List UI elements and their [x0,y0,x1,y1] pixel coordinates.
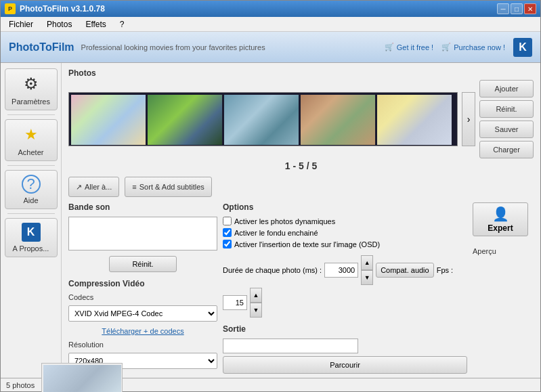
sortie-section: Sortie Parcourir [223,324,467,374]
checkbox-texte-osd: Activer l'insertion de texte sur l'image… [223,240,467,248]
compression-label: Compression Vidéo [68,279,217,288]
compression-section: Compression Vidéo Codecs XVID Xvid MPEG-… [68,279,217,369]
status-text: 5 photos [6,381,35,389]
expert-icon: 👤 [492,206,509,222]
checkbox-texte-osd-input[interactable] [223,240,232,248]
left-panel: Bande son Réinit. Compression Vidéo Code… [68,202,217,378]
aller-a-button[interactable]: ↗ Aller à... [68,177,119,197]
duration-row: Durée de chaque photo (ms) : ▲ ▼ Compat.… [223,255,467,318]
reinit-photos-button[interactable]: Réinit. [479,100,534,118]
brand-logo: PhotoToFilm [9,41,74,53]
photos-label: Photos [68,68,534,78]
ajouter-button[interactable]: Ajouter [479,80,534,97]
photo-thumb-2[interactable] [148,95,222,145]
photo-thumb-1[interactable] [71,95,146,145]
app-icon: P [5,3,16,14]
codec-select[interactable]: XVID Xvid MPEG-4 Codec [68,305,217,322]
menu-fichier[interactable]: Fichier [3,18,39,30]
app-header: PhotoToFilm Professional looking movies … [1,32,540,63]
bande-son-label: Bande son [68,202,217,212]
download-codecs-link[interactable]: Télécharger + de codecs [68,327,217,335]
header-actions: 🛒 Get it free ! 🛒 Purchase now ! K [385,38,532,57]
lower-grid: Bande son Réinit. Compression Vidéo Code… [68,202,534,378]
bande-son-section: Bande son Réinit. [68,202,217,272]
close-button[interactable]: ✕ [524,3,536,14]
photo-thumb-5[interactable] [377,95,452,145]
photo-strip [68,92,458,146]
menu-photos[interactable]: Photos [41,18,77,30]
bande-son-reinit-button[interactable]: Réinit. [109,256,177,272]
duration-spin-down[interactable]: ▼ [361,270,373,285]
sidebar-label-aide: Aide [23,196,38,204]
k-icon: K [22,223,41,242]
resolution-label: Résolution [68,341,217,349]
sortie-input[interactable] [223,339,358,353]
checkbox-dynamic-photos: Activer les photos dynamiques [223,217,467,225]
checkbox-fondu-label: Activer le fondu enchainé [234,229,318,237]
window-controls: ─ □ ✕ [497,3,536,14]
expert-button[interactable]: 👤 Expert [473,202,528,236]
duration-spin-up[interactable]: ▲ [361,255,373,270]
fps-spin-up[interactable]: ▲ [250,288,262,303]
checkbox-dynamic-photos-label: Activer les photos dynamiques [234,217,335,225]
charger-button[interactable]: Charger [479,141,534,158]
sort-add-subtitles-button[interactable]: ≡ Sort & Add subtitles [125,177,211,197]
sidebar-label-apropos: A Propos... [13,244,49,253]
cart-icon: 🛒 [385,43,394,51]
cart2-icon: 🛒 [441,43,451,51]
k-logo-button[interactable]: K [513,38,532,57]
checkbox-fondu: Activer le fondu enchainé [223,228,467,237]
compat-audio-button[interactable]: Compat. audio [376,263,434,278]
maximize-button[interactable]: □ [511,3,523,14]
audio-list-area[interactable] [68,217,217,251]
sidebar-divider-2 [7,165,55,166]
photos-counter: 1 - 5 / 5 [68,160,534,171]
menu-bar: Fichier Photos Effets ? [1,17,540,32]
options-label: Options [223,202,467,212]
get-it-button[interactable]: 🛒 Get it free ! [385,43,433,51]
codecs-label: Codecs [68,293,217,301]
sidebar-label-parametres: Paramètres [12,97,50,106]
action-row: ↗ Aller à... ≡ Sort & Add subtitles [68,177,534,197]
right-panel: 👤 Expert Aperçu [473,202,534,378]
title-bar: P PhotoToFilm v3.1.0.78 ─ □ ✕ [1,1,540,17]
brand-section: PhotoToFilm Professional looking movies … [9,41,265,53]
sortie-label: Sortie [223,324,467,334]
sidebar-item-parametres[interactable]: ⚙ Paramètres [5,68,58,110]
sidebar-divider-1 [7,114,55,115]
checkbox-dynamic-photos-input[interactable] [223,217,232,225]
photos-row: › Ajouter Réinit. Sauver Charger [68,80,534,158]
brand-tagline: Professional looking movies from your fa… [81,43,265,51]
parcourir-button[interactable]: Parcourir [223,356,467,374]
main-content: Photos › Ajouter Réinit. Sauver Cha [62,63,540,378]
photo-thumb-3[interactable] [224,95,299,145]
sidebar-item-apropos[interactable]: K A Propos... [5,218,58,257]
fps-label: Fps : [437,266,453,274]
window-title: PhotoToFilm v3.1.0.78 [20,4,105,14]
minimize-button[interactable]: ─ [497,3,509,14]
question-icon: ? [22,175,41,194]
status-bar: 5 photos [1,378,540,391]
gear-icon: ⚙ [20,73,42,95]
options-section: Options Activer les photos dynamiques Ac… [223,202,467,318]
checkbox-fondu-input[interactable] [223,228,232,237]
fps-input[interactable] [223,295,247,310]
photo-nav-next[interactable]: › [462,92,475,146]
photo-thumb-4[interactable] [301,95,375,145]
duration-label: Durée de chaque photo (ms) : [223,266,322,274]
duration-input[interactable] [324,263,358,278]
purchase-button[interactable]: 🛒 Purchase now ! [441,43,505,51]
sidebar-item-aide[interactable]: ? Aide [5,170,58,209]
star-icon: ★ [20,124,42,146]
menu-help[interactable]: ? [114,18,130,30]
sidebar: ⚙ Paramètres ★ Acheter ? Aide K A Propos… [1,63,62,378]
menu-effets[interactable]: Effets [80,18,111,30]
sidebar-item-acheter[interactable]: ★ Acheter [5,119,58,161]
sidebar-label-acheter: Acheter [18,148,44,156]
middle-panel: Options Activer les photos dynamiques Ac… [223,202,467,378]
sauver-button[interactable]: Sauver [479,121,534,138]
bottom-preview-thumb [43,365,121,393]
apercu-label: Aperçu [473,247,496,255]
fps-spin-down[interactable]: ▼ [250,303,262,318]
sort-icon: ≡ [132,183,136,191]
